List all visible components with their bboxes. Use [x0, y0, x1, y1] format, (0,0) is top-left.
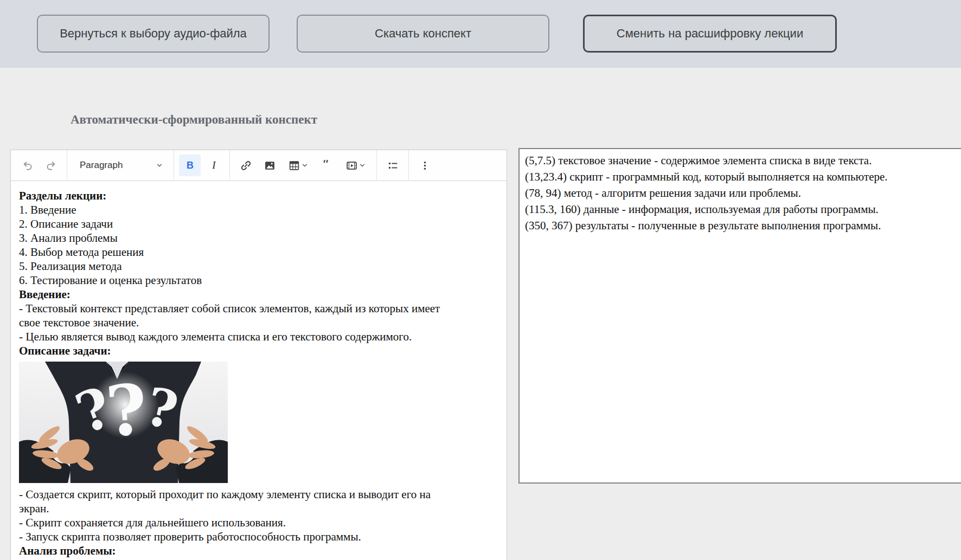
- insert-table-button[interactable]: [283, 155, 314, 176]
- content-line: - Запуск скрипта позволяет проверить раб…: [19, 530, 498, 544]
- toolbar-separator: [67, 150, 67, 181]
- download-notes-button[interactable]: Скачать конспект: [297, 15, 549, 53]
- question-marks-photo: ? ? ?: [19, 362, 228, 483]
- insert-media-icon: [346, 160, 357, 171]
- toolbar-separator: [229, 150, 230, 181]
- chevron-down-icon: [156, 162, 163, 169]
- more-options-icon: [419, 160, 431, 171]
- bulleted-list-icon: [387, 160, 399, 171]
- content-line: 2. Описание задачи: [19, 217, 498, 231]
- redo-icon: [46, 160, 57, 171]
- content-heading-line: Введение:: [19, 287, 498, 301]
- toolbar-separator: [376, 150, 377, 181]
- editor-content[interactable]: Разделы лекции:1. Введение2. Описание за…: [11, 181, 507, 558]
- content-line: - Текстовый контекст представляет собой …: [19, 301, 498, 316]
- undo-button[interactable]: [16, 155, 38, 176]
- paragraph-label: Paragraph: [80, 160, 123, 171]
- link-icon: [240, 160, 252, 171]
- chevron-down-icon: [301, 162, 309, 169]
- content-line: 1. Введение: [19, 203, 498, 217]
- content-line: 3. Анализ проблемы: [19, 231, 498, 245]
- content-image-question-marks-photo[interactable]: ? ? ?: [19, 362, 228, 483]
- svg-text:“: “: [322, 160, 329, 171]
- rich-text-editor: ParagraphBI“ Разделы лекции:1. Введение2…: [10, 150, 507, 560]
- paragraph-style-dropdown[interactable]: Paragraph: [72, 155, 169, 176]
- editor-toolbar: ParagraphBI“: [11, 150, 507, 181]
- content-heading-line: Анализ проблемы:: [19, 544, 498, 558]
- content-line: 4. Выбор метода решения: [19, 245, 498, 259]
- svg-text:?: ?: [104, 369, 150, 453]
- block-quote-icon: “: [322, 160, 333, 171]
- italic-icon: I: [208, 160, 220, 171]
- top-action-bar: Вернуться к выбору аудио-файла Скачать к…: [0, 0, 961, 68]
- link-button[interactable]: [235, 155, 257, 176]
- toolbar-separator: [408, 150, 409, 181]
- block-quote-button[interactable]: “: [316, 155, 338, 176]
- bold-icon: B: [184, 160, 196, 171]
- undo-icon: [22, 160, 33, 171]
- insert-media-button[interactable]: [340, 155, 371, 176]
- back-to-audio-select-button[interactable]: Вернуться к выбору аудио-файла: [37, 15, 270, 53]
- switch-to-transcript-button[interactable]: Сменить на расшифровку лекции: [583, 15, 837, 53]
- insert-image-button[interactable]: [259, 155, 280, 176]
- content-line: - Скрипт сохраняется для дальнейшего исп…: [19, 516, 498, 530]
- content-line: 6. Тестирование и оценка результатов: [19, 273, 498, 287]
- insert-image-icon: [264, 160, 276, 171]
- content-heading-line: Описание задачи:: [19, 344, 498, 358]
- content-line: экран.: [19, 501, 498, 516]
- bulleted-list-button[interactable]: [382, 155, 403, 176]
- content-line: - Создается скрипт, который проходит по …: [19, 487, 498, 501]
- content-heading-line: Разделы лекции:: [19, 189, 498, 203]
- italic-button[interactable]: I: [203, 155, 225, 176]
- content-line: свое текстовое значение.: [19, 316, 498, 330]
- app-screen: Вернуться к выбору аудио-файла Скачать к…: [0, 0, 961, 560]
- insert-table-icon: [289, 160, 300, 171]
- svg-text:I: I: [212, 160, 216, 171]
- content-line: - Целью является вывод каждого элемента …: [19, 330, 498, 344]
- timestamps-textarea[interactable]: [518, 148, 961, 484]
- page-title: Автоматически-сформированный конспект: [71, 113, 317, 127]
- more-options-button[interactable]: [414, 155, 435, 176]
- redo-button[interactable]: [40, 155, 62, 176]
- content-line: 5. Реализация метода: [19, 259, 498, 273]
- bold-button[interactable]: B: [179, 155, 201, 176]
- toolbar-separator: [174, 150, 174, 181]
- svg-text:B: B: [187, 160, 194, 171]
- chevron-down-icon: [358, 162, 366, 169]
